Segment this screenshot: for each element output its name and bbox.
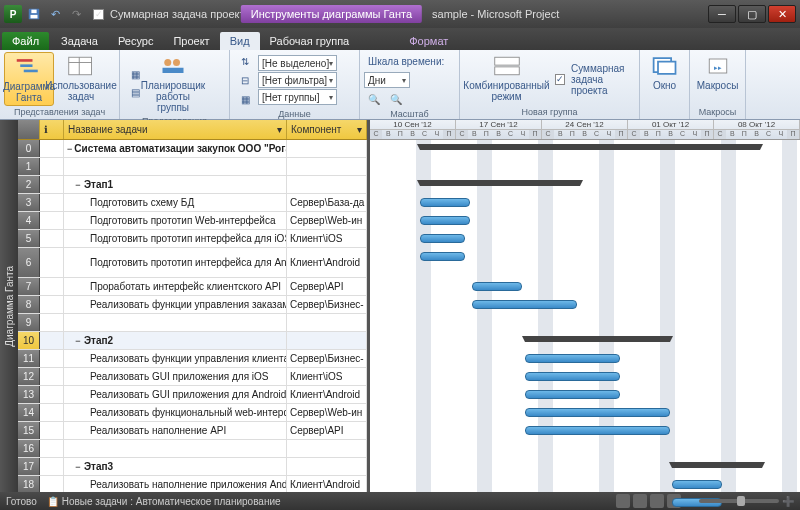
- close-button[interactable]: ✕: [768, 5, 796, 23]
- component-cell[interactable]: Сервер\Web-ин: [287, 404, 367, 421]
- indicator-column[interactable]: ℹ: [40, 120, 64, 139]
- task-name-cell[interactable]: Реализовать GUI приложения для iOS: [64, 368, 287, 385]
- team-planner-button[interactable]: Планировщик работы группы: [148, 52, 198, 115]
- task-name-cell[interactable]: [64, 314, 287, 331]
- component-cell[interactable]: Клиент\iOS: [287, 230, 367, 247]
- component-column-header[interactable]: Компонент▾: [287, 120, 367, 139]
- redo-icon[interactable]: ↷: [67, 5, 85, 23]
- zoom-slider[interactable]: [699, 499, 779, 503]
- component-cell[interactable]: [287, 314, 367, 331]
- row-number[interactable]: 15: [18, 422, 40, 439]
- task-usage-button[interactable]: Использование задач: [56, 52, 106, 106]
- task-bar[interactable]: [525, 426, 670, 435]
- task-name-cell[interactable]: Реализовать функциональный web-интерфейс: [64, 404, 287, 421]
- minimize-button[interactable]: ─: [708, 5, 736, 23]
- row-number[interactable]: 6: [18, 248, 40, 277]
- summary-bar[interactable]: [420, 144, 760, 150]
- task-row[interactable]: 17−Этап3: [18, 458, 367, 476]
- component-cell[interactable]: Сервер\Бизнес-: [287, 350, 367, 367]
- task-row[interactable]: 0−Система автоматизации закупок ООО "Рог…: [18, 140, 367, 158]
- task-row[interactable]: 6Подготовить прототип интерфейса для And…: [18, 248, 367, 278]
- row-number[interactable]: 11: [18, 350, 40, 367]
- task-name-cell[interactable]: Реализовать наполнение приложения Andro: [64, 476, 287, 492]
- row-number[interactable]: 18: [18, 476, 40, 492]
- task-bar[interactable]: [420, 252, 465, 261]
- zoom-in-button[interactable]: ➕: [782, 496, 794, 507]
- row-number[interactable]: 14: [18, 404, 40, 421]
- task-bar[interactable]: [525, 372, 620, 381]
- component-cell[interactable]: Сервер\API: [287, 278, 367, 295]
- task-name-cell[interactable]: [64, 440, 287, 457]
- tab-project[interactable]: Проект: [163, 32, 219, 50]
- task-name-cell[interactable]: −Система автоматизации закупок ООО "Рога…: [64, 140, 287, 157]
- outline-button[interactable]: ⊟: [234, 71, 256, 89]
- tab-resource[interactable]: Ресурс: [108, 32, 163, 50]
- row-number[interactable]: 10: [18, 332, 40, 349]
- row-number[interactable]: 8: [18, 296, 40, 313]
- task-bar[interactable]: [420, 198, 470, 207]
- task-name-cell[interactable]: Реализовать наполнение API: [64, 422, 287, 439]
- task-bar[interactable]: [672, 480, 722, 489]
- task-row[interactable]: 15Реализовать наполнение APIСервер\API: [18, 422, 367, 440]
- task-bar[interactable]: [525, 354, 620, 363]
- task-row[interactable]: 1: [18, 158, 367, 176]
- component-cell[interactable]: Клиент\Android: [287, 386, 367, 403]
- summary-task-chk[interactable]: ✓Суммарная задача проекта: [551, 70, 635, 88]
- tab-format[interactable]: Формат: [399, 32, 458, 50]
- name-column-header[interactable]: Название задачи▾: [64, 120, 287, 139]
- task-row[interactable]: 13Реализовать GUI приложения для Android…: [18, 386, 367, 404]
- row-number[interactable]: 17: [18, 458, 40, 475]
- tab-view[interactable]: Вид: [220, 32, 260, 50]
- timescale-combo[interactable]: Дни: [364, 72, 410, 88]
- tab-team[interactable]: Рабочая группа: [260, 32, 360, 50]
- component-cell[interactable]: Клиент\Android: [287, 248, 367, 277]
- component-cell[interactable]: [287, 458, 367, 475]
- task-name-cell[interactable]: Подготовить прототип Web-интерфейса: [64, 212, 287, 229]
- window-button[interactable]: Окно: [644, 52, 685, 116]
- task-row[interactable]: 18Реализовать наполнение приложения Andr…: [18, 476, 367, 492]
- tab-task[interactable]: Задача: [51, 32, 108, 50]
- tab-file[interactable]: Файл: [2, 32, 49, 50]
- task-name-cell[interactable]: Реализовать GUI приложения для Android: [64, 386, 287, 403]
- task-row[interactable]: 9: [18, 314, 367, 332]
- task-row[interactable]: 8Реализовать функции управления заказами…: [18, 296, 367, 314]
- task-row[interactable]: 14Реализовать функциональный web-интерфе…: [18, 404, 367, 422]
- row-number[interactable]: 2: [18, 176, 40, 193]
- task-row[interactable]: 5Подготовить прототип интерфейса для iOS…: [18, 230, 367, 248]
- row-number[interactable]: 12: [18, 368, 40, 385]
- sort-button[interactable]: ⇅: [234, 52, 256, 70]
- task-name-cell[interactable]: Подготовить схему БД: [64, 194, 287, 211]
- component-cell[interactable]: [287, 440, 367, 457]
- component-cell[interactable]: Сервер\API: [287, 422, 367, 439]
- highlight-combo[interactable]: [Не выделено]: [258, 55, 337, 71]
- summary-bar[interactable]: [525, 336, 670, 342]
- task-name-cell[interactable]: Реализовать функции управления клиентами: [64, 350, 287, 367]
- component-cell[interactable]: [287, 176, 367, 193]
- task-row[interactable]: 12Реализовать GUI приложения для iOSКлие…: [18, 368, 367, 386]
- row-number[interactable]: 7: [18, 278, 40, 295]
- task-name-cell[interactable]: −Этап3: [64, 458, 287, 475]
- task-bar[interactable]: [525, 390, 620, 399]
- component-cell[interactable]: [287, 140, 367, 157]
- undo-icon[interactable]: ↶: [46, 5, 64, 23]
- task-name-cell[interactable]: −Этап1: [64, 176, 287, 193]
- task-bar[interactable]: [525, 408, 670, 417]
- task-row[interactable]: 3Подготовить схему БДСервер\База-да: [18, 194, 367, 212]
- maximize-button[interactable]: ▢: [738, 5, 766, 23]
- task-bar[interactable]: [420, 216, 470, 225]
- row-header-corner[interactable]: [18, 120, 40, 139]
- summary-bar[interactable]: [420, 180, 580, 186]
- task-row[interactable]: 16: [18, 440, 367, 458]
- gantt-canvas[interactable]: [370, 140, 800, 492]
- task-name-cell[interactable]: Подготовить прототип интерфейса для iOS: [64, 230, 287, 247]
- zoom-out-icon[interactable]: 🔍: [364, 90, 384, 108]
- task-row[interactable]: 4Подготовить прототип Web-интерфейсаСерв…: [18, 212, 367, 230]
- task-name-cell[interactable]: Реализовать функции управления заказами: [64, 296, 287, 313]
- row-number[interactable]: 1: [18, 158, 40, 175]
- task-name-cell[interactable]: −Этап2: [64, 332, 287, 349]
- summary-bar[interactable]: [672, 462, 762, 468]
- component-cell[interactable]: Клиент\Android: [287, 476, 367, 492]
- group-combo[interactable]: [Нет группы]: [258, 89, 337, 105]
- tables-button[interactable]: ▦: [234, 90, 256, 108]
- filter-combo[interactable]: [Нет фильтра]: [258, 72, 337, 88]
